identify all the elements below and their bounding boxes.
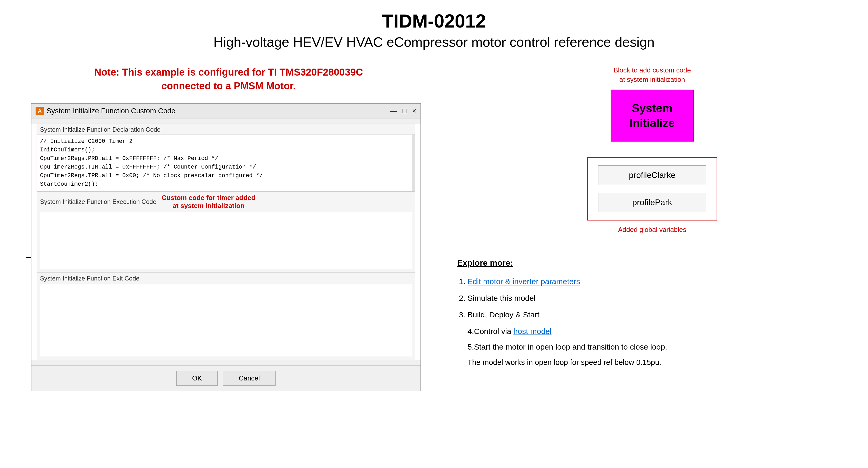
explore-item-1: Edit motor & inverter parameters <box>467 274 847 289</box>
cancel-button[interactable]: Cancel <box>223 371 276 386</box>
page-header: TIDM-02012 High-voltage HEV/EV HVAC eCom… <box>0 0 868 50</box>
declaration-code[interactable]: // Initialize C2000 Timer 2 InitCpuTimer… <box>37 134 415 191</box>
explore-item-2: Simulate this model <box>467 290 847 306</box>
added-global-label: Added global variables <box>457 226 847 234</box>
main-content: Note: This example is configured for TI … <box>0 65 868 391</box>
dialog-window: A System Initialize Function Custom Code… <box>31 103 421 391</box>
dialog-titlebar-controls[interactable]: — □ × <box>390 107 416 115</box>
global-vars-container: profileClarke profilePark <box>587 157 717 220</box>
explore-item-5-note: The model works in open loop for speed r… <box>467 355 847 370</box>
close-button[interactable]: × <box>412 107 416 115</box>
exit-section: System Initialize Function Exit Code <box>37 273 415 360</box>
explore-item-3: Build, Deploy & Start <box>467 307 847 322</box>
exit-label: System Initialize Function Exit Code <box>37 273 415 284</box>
explore-heading: Explore more: <box>457 254 847 271</box>
declaration-section: System Initialize Function Declaration C… <box>37 124 415 191</box>
exit-code-area[interactable] <box>40 284 412 357</box>
ok-button[interactable]: OK <box>176 371 218 386</box>
left-panel: Note: This example is configured for TI … <box>21 65 436 391</box>
explore-item-5: 5.Start the motor in open loop and trans… <box>467 339 847 355</box>
execution-label: System Initialize Function Execution Cod… <box>37 192 415 212</box>
minimize-button[interactable]: — <box>390 107 397 115</box>
system-initialize-label: SystemInitialize <box>629 101 675 130</box>
dialog-body: System Initialize Function Declaration C… <box>31 124 421 360</box>
custom-code-annotation: Custom code for timer addedat system ini… <box>161 194 255 210</box>
execution-section: System Initialize Function Execution Cod… <box>37 191 415 273</box>
explore-item-4: 4.Control via host model <box>467 323 847 339</box>
restore-button[interactable]: □ <box>403 107 407 115</box>
declaration-label: System Initialize Function Declaration C… <box>37 124 415 134</box>
system-initialize-box: SystemInitialize <box>611 90 694 142</box>
matlab-icon: A <box>36 107 44 115</box>
right-panel: Block to add custom code at system initi… <box>457 65 847 391</box>
profile-park-box: profilePark <box>598 193 706 212</box>
explore-link-1[interactable]: Edit motor & inverter parameters <box>467 277 580 286</box>
dialog-footer: OK Cancel <box>31 366 421 391</box>
dialog-title: System Initialize Function Custom Code <box>46 107 175 115</box>
explore-section: Explore more: Edit motor & inverter para… <box>457 254 847 370</box>
page-subtitle: High-voltage HEV/EV HVAC eCompressor mot… <box>0 34 868 50</box>
note-text: Note: This example is configured for TI … <box>21 65 436 93</box>
host-model-link[interactable]: host model <box>514 327 552 336</box>
dialog-titlebar: A System Initialize Function Custom Code… <box>31 104 421 118</box>
dialog-titlebar-left: A System Initialize Function Custom Code <box>36 107 175 115</box>
explore-list: Edit motor & inverter parameters Simulat… <box>467 274 847 322</box>
execution-code-area[interactable] <box>40 212 412 269</box>
annotation-top: Block to add custom code at system initi… <box>457 65 847 85</box>
page-title: TIDM-02012 <box>0 10 868 32</box>
profile-clarke-box: profileClarke <box>598 165 706 185</box>
